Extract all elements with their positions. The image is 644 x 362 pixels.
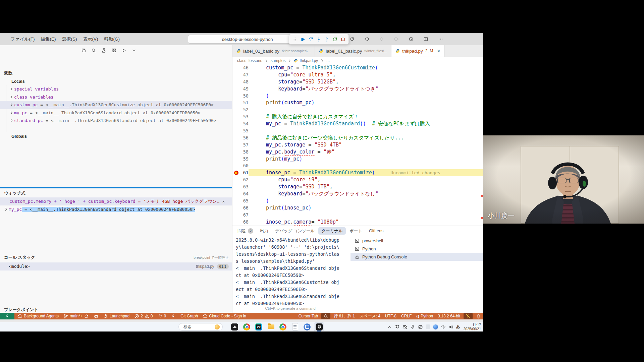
dropbox-icon[interactable] [395, 324, 400, 329]
taskbar-app-notepad[interactable] [290, 322, 300, 331]
zoom-indicator[interactable] [321, 313, 330, 319]
volume-icon[interactable] [448, 324, 453, 329]
breakpoint-paused-icon[interactable] [234, 171, 238, 175]
cursor-tab[interactable]: Cursor Tab [296, 313, 320, 319]
debug-step-over-icon[interactable] [308, 37, 313, 42]
terminal-instance[interactable]: Python [351, 245, 483, 253]
problems[interactable]: 20 [132, 313, 155, 319]
scope-globals[interactable]: Globals [0, 132, 232, 140]
snip-icon[interactable] [418, 324, 423, 329]
panel-tab[interactable]: デバッグ コンソール [272, 227, 318, 235]
start-button[interactable] [168, 323, 176, 330]
variable-row[interactable]: special variables [0, 85, 232, 93]
spark[interactable] [168, 313, 178, 319]
git-branch[interactable]: main*+ [61, 313, 91, 319]
back-circle-icon[interactable] [362, 37, 372, 42]
close-icon[interactable] [471, 33, 483, 45]
panel-tab[interactable]: ターミナル [318, 227, 346, 235]
split-icon[interactable] [421, 37, 431, 42]
copilot-icon[interactable] [433, 324, 438, 329]
taskbar-app-explorer[interactable] [266, 322, 276, 331]
editor-tab[interactable]: thikpad.py 2, M ✕ [391, 45, 445, 57]
background-agents[interactable]: Background Agents [15, 313, 61, 319]
menu-item[interactable]: 表示(V) [80, 36, 101, 42]
cloud-code-sign-in[interactable]: Cloud Code - Sign in [200, 313, 249, 319]
panel-tab[interactable]: GitLens [366, 227, 386, 235]
ime-indicator[interactable]: あ [456, 324, 460, 329]
menu-item[interactable]: 移動(G) [101, 36, 123, 42]
menu-item[interactable]: ファイル(F) [7, 36, 38, 42]
mic-icon[interactable] [410, 324, 415, 329]
profile-icon[interactable] [406, 37, 416, 42]
breadcrumb-item[interactable]: samples [271, 58, 286, 63]
breakpoints-section-header[interactable]: ブレークポイント [0, 306, 232, 313]
wifi-icon[interactable] [441, 324, 446, 329]
menu-item[interactable]: 編集(E) [38, 36, 59, 42]
minimize-icon[interactable] [447, 33, 459, 45]
debug-stop-icon[interactable] [340, 37, 345, 42]
language-mode[interactable]: {}Python [414, 313, 435, 319]
more-icon[interactable] [435, 37, 446, 42]
taskbar-app-chrome[interactable] [241, 322, 252, 331]
interpreter[interactable]: 3.13.2 64-bit [435, 313, 463, 319]
eol[interactable]: CRLF [399, 313, 414, 319]
code-editor[interactable]: 46 custom_pc = ThinkPadX13Gen6Customize(… [232, 64, 483, 226]
debug-continue-icon[interactable] [300, 37, 305, 42]
debug-step-into-icon[interactable] [316, 37, 321, 42]
watch-row[interactable]: my_pc = <__main__.ThinkPadX13Gen6Standar… [0, 205, 232, 214]
restore-icon[interactable] [459, 33, 471, 45]
command-center-search[interactable]: desktop-ui-lessons-python [188, 35, 305, 44]
breadcrumb-item[interactable]: ... [326, 58, 330, 63]
close-tab-icon[interactable]: ✕ [437, 49, 440, 54]
variable-row[interactable]: my_pc = <__main__.ThinkPadX13Gen6Standar… [0, 109, 232, 117]
variables-section-header[interactable]: 変数 [0, 69, 232, 77]
scope-locals[interactable]: Locals [0, 77, 232, 85]
variable-row[interactable]: class variables [0, 93, 232, 101]
variable-row[interactable]: custom_pc = <__main__.ThinkPadX13Gen6Cus… [0, 101, 232, 109]
encoding[interactable]: UTF-8 [383, 313, 399, 319]
debug-restart-icon[interactable] [332, 37, 337, 42]
cursor-position[interactable]: 行 61、列 1 [331, 313, 357, 319]
taskbar-app-chrome2[interactable] [278, 322, 288, 331]
taskbar-clock[interactable]: 11:17 2025/06/21 [463, 323, 481, 331]
remove-watch-icon[interactable]: ✕ [222, 199, 225, 204]
debug-step-out-icon[interactable] [324, 37, 329, 42]
debug-drag-icon[interactable] [292, 37, 297, 42]
ports[interactable]: 0 [155, 313, 169, 319]
ghost-icon[interactable] [426, 324, 430, 329]
panel-tab[interactable]: 出力 [257, 227, 271, 235]
taskbar-app-cursor[interactable] [314, 322, 324, 331]
taskbar-app-pycharm[interactable]: PC [254, 322, 264, 331]
taskbar-app-phone[interactable] [302, 322, 312, 331]
remote-indicator[interactable] [0, 313, 14, 319]
panel-tab[interactable]: ポート [346, 227, 365, 235]
cloud-slash-icon[interactable] [402, 324, 408, 329]
power-saver[interactable] [464, 313, 473, 319]
chevron-up-icon[interactable] [387, 324, 392, 329]
menu-item[interactable]: 選択(S) [59, 36, 80, 42]
terminal-instance[interactable]: Python Debug Console [351, 253, 483, 261]
callstack-section-header[interactable]: コール スタック breakpoint で一時停止 [0, 254, 232, 261]
watch-section-header[interactable]: ウォッチ式 [0, 189, 232, 197]
indentation[interactable]: スペース: 4 [357, 313, 383, 319]
stack-frame-row[interactable]: <module> thikpad.py 61:1 [0, 262, 232, 270]
taskbar-search[interactable]: 検索 [178, 323, 223, 330]
git-graph[interactable]: Git Graph [178, 313, 200, 319]
debug-indicator[interactable] [91, 313, 101, 319]
breadcrumb-item[interactable]: thikpad.py [294, 58, 318, 63]
watch-row[interactable]: custom_pc.memory + ' hoge ' + custom_pc.… [0, 197, 232, 205]
editor-tab[interactable]: label_01_basic.py tkinter\samples\... [232, 45, 315, 57]
panel-tab[interactable]: 問題 2 [234, 227, 256, 235]
notifications[interactable] [474, 313, 483, 319]
terminal-output[interactable]: 2025.8.0-win32-x64\bundled\libs\debugp y… [236, 237, 346, 307]
terminal-instance[interactable]: powershell [351, 237, 483, 245]
circle-dim2-icon[interactable] [391, 37, 401, 42]
taskbar-app-photos[interactable] [229, 322, 240, 331]
panel-resize-sash[interactable] [0, 187, 232, 188]
editor-tab[interactable]: label_01_basic.py tkinter_files\... [315, 45, 391, 57]
variable-row[interactable]: standard_pc = <__main__.ThinkPadX13Gen6S… [0, 117, 232, 125]
breadcrumb[interactable]: class_lessonssamplesthikpad.py... [232, 57, 483, 64]
circle-dim-icon[interactable] [376, 37, 387, 42]
breadcrumb-item[interactable]: class_lessons [237, 58, 262, 63]
launchpad[interactable]: Launchpad [101, 313, 132, 319]
